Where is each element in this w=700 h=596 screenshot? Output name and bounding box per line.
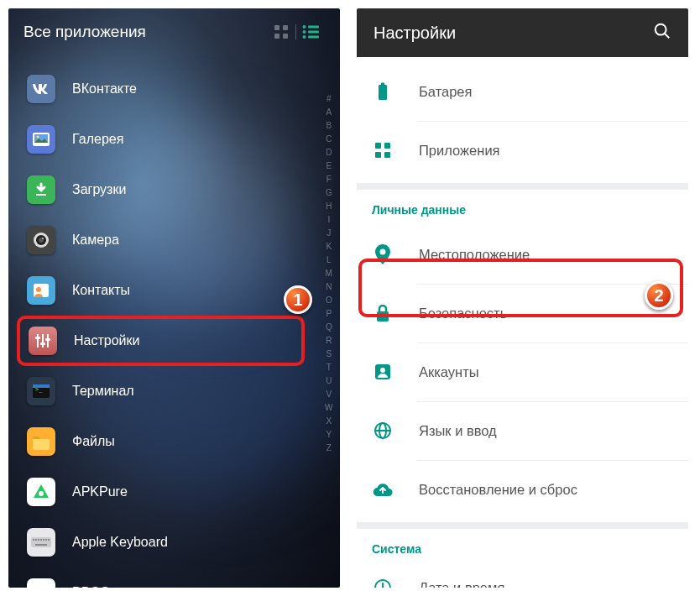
- view-grid-button[interactable]: [267, 20, 295, 44]
- app-drawer-header: Все приложения: [8, 8, 340, 55]
- settings-item-accounts[interactable]: Аккаунты: [357, 342, 688, 401]
- settings-label: Приложения: [419, 143, 500, 159]
- settings-label: Батарея: [419, 84, 472, 100]
- backup-icon: [372, 478, 394, 500]
- svg-rect-36: [45, 539, 47, 541]
- svg-rect-51: [384, 152, 390, 158]
- contacts-icon: [27, 276, 55, 305]
- settings-icon: [29, 327, 57, 355]
- battery-icon: [372, 81, 394, 102]
- app-label: APKPure: [72, 484, 128, 499]
- app-item-camera[interactable]: Камера: [8, 215, 340, 265]
- svg-point-12: [37, 136, 39, 139]
- svg-rect-2: [274, 34, 279, 39]
- svg-rect-5: [308, 26, 319, 29]
- settings-header: Настройки: [357, 8, 688, 57]
- svg-point-29: [39, 491, 44, 496]
- app-item-settings[interactable]: Настройки: [17, 316, 305, 366]
- gallery-icon: [27, 125, 55, 154]
- svg-rect-49: [384, 143, 390, 149]
- svg-rect-21: [42, 334, 44, 348]
- settings-section-system: Система Дата и время: [357, 529, 688, 588]
- app-label: ВКонтакте: [72, 81, 137, 97]
- grid-icon: [274, 24, 289, 39]
- app-label: Файлы: [72, 434, 115, 449]
- app-label: Контакты: [72, 283, 130, 298]
- svg-rect-25: [45, 338, 50, 341]
- highlight-security: [358, 259, 683, 317]
- app-item-apple-keyboard[interactable]: Apple Keyboard: [8, 517, 340, 567]
- svg-rect-20: [37, 334, 39, 348]
- apkpure-icon: [27, 478, 55, 506]
- svg-line-45: [665, 33, 670, 38]
- svg-rect-46: [379, 85, 387, 100]
- alpha-index[interactable]: #ABCDEFGHIJKLMNOPQRSTUVWXYZ: [325, 92, 333, 455]
- svg-point-6: [303, 30, 306, 34]
- svg-point-8: [303, 35, 306, 39]
- svg-rect-48: [375, 143, 381, 149]
- section-title-personal: Личные данные: [357, 190, 688, 225]
- svg-point-4: [303, 25, 306, 29]
- settings-item-apps[interactable]: Приложения: [357, 121, 688, 180]
- svg-rect-7: [308, 31, 319, 34]
- settings-label: Дата и время: [419, 580, 504, 588]
- app-item-files[interactable]: Файлы: [8, 416, 340, 467]
- account-icon: [372, 361, 394, 383]
- settings-item-backup[interactable]: Восстановление и сброс: [357, 460, 688, 519]
- app-item-bbqscreen[interactable]: BBQScreen: [8, 567, 340, 588]
- step-badge-1: 1: [284, 285, 312, 314]
- app-label: BBQScreen: [72, 585, 143, 588]
- svg-rect-3: [283, 34, 288, 39]
- app-item-terminal[interactable]: >_ Терминал: [8, 366, 340, 416]
- downloads-icon: [27, 175, 55, 204]
- svg-rect-30: [31, 537, 51, 547]
- keyboard-icon: [27, 528, 55, 557]
- app-drawer-screen: Все приложения ВКонтакте: [8, 8, 340, 588]
- camera-icon: [27, 226, 55, 254]
- bbqscreen-icon: [27, 578, 55, 588]
- terminal-icon: >_: [27, 377, 55, 405]
- svg-rect-32: [35, 539, 37, 541]
- app-label: Apple Keyboard: [72, 535, 168, 550]
- svg-rect-31: [33, 539, 34, 541]
- search-icon: [653, 22, 671, 40]
- view-list-button[interactable]: [296, 20, 325, 44]
- settings-label: Язык и ввод: [419, 423, 497, 439]
- svg-rect-24: [40, 342, 45, 345]
- app-item-apkpure[interactable]: APKPure: [8, 467, 340, 517]
- settings-item-language[interactable]: Язык и ввод: [357, 401, 688, 460]
- app-item-gallery[interactable]: Галерея: [8, 114, 340, 165]
- section-title-system: Система: [357, 529, 688, 564]
- settings-screen: Настройки Батарея Приложения Л: [357, 8, 688, 588]
- settings-label: Аккаунты: [419, 364, 479, 380]
- search-button[interactable]: [653, 22, 671, 44]
- svg-rect-13: [36, 194, 46, 196]
- app-drawer-title: Все приложения: [24, 23, 146, 41]
- svg-rect-34: [40, 539, 42, 541]
- svg-rect-0: [274, 25, 279, 30]
- view-toggle: [267, 20, 325, 44]
- app-item-vkontakte[interactable]: ВКонтакте: [8, 64, 340, 114]
- globe-icon: [372, 420, 394, 442]
- settings-section-device: Батарея Приложения: [357, 57, 688, 183]
- app-item-downloads[interactable]: Загрузки: [8, 165, 340, 215]
- vk-icon: [27, 75, 55, 103]
- step-badge-2: 2: [645, 281, 673, 310]
- app-label: Камера: [72, 233, 119, 248]
- svg-point-19: [36, 287, 41, 292]
- clock-icon: [372, 577, 394, 588]
- app-label: Загрузки: [72, 182, 126, 197]
- list-icon: [302, 25, 319, 39]
- svg-rect-9: [308, 36, 319, 39]
- app-label: Терминал: [72, 384, 134, 399]
- apps-icon: [372, 139, 394, 161]
- app-list[interactable]: ВКонтакте Галерея Загрузки: [8, 55, 340, 588]
- svg-rect-50: [375, 152, 381, 158]
- svg-point-44: [656, 24, 666, 34]
- settings-item-battery[interactable]: Батарея: [357, 62, 688, 121]
- svg-rect-47: [381, 83, 384, 86]
- svg-rect-38: [35, 544, 47, 546]
- svg-rect-33: [38, 539, 39, 541]
- svg-rect-23: [35, 337, 40, 339]
- settings-item-datetime[interactable]: Дата и время: [357, 564, 688, 588]
